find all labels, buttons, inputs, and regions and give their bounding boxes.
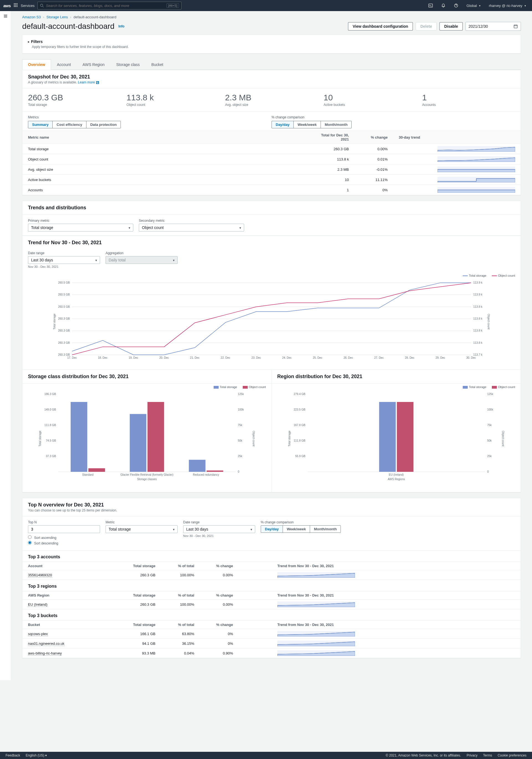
region-selector[interactable]: Global (464, 4, 483, 8)
svg-text:20. Dec: 20. Dec (159, 356, 169, 359)
search-input[interactable] (46, 4, 164, 8)
change-label: % change comparison (272, 115, 515, 119)
svg-text:Standard: Standard (82, 473, 94, 476)
trend-chart-title: Trend for Nov 30 - Dec 30, 2021 (28, 240, 515, 246)
table-row: sqcows-plex 166.1 GB 63.80% 0% (22, 629, 521, 639)
seg-day-day[interactable]: Day/day (272, 121, 294, 128)
topn-metric-select[interactable]: Total storage (105, 525, 178, 533)
svg-text:23. Dec: 23. Dec (251, 356, 261, 359)
topn-table: Account Total storage % of total % chang… (22, 562, 521, 579)
table-row: EU (Ireland) 260.3 GB 100.00% 0.00% (22, 600, 521, 609)
date-range-label: Date range (28, 251, 100, 255)
delete-button[interactable]: Delete (416, 22, 437, 30)
tab-overview[interactable]: Overview (22, 59, 51, 70)
filters-toggle[interactable]: ▸ Filters (28, 39, 515, 44)
services-grid-icon[interactable] (14, 3, 18, 8)
svg-text:125k: 125k (487, 392, 493, 396)
svg-rect-0 (14, 3, 15, 4)
seg-week-week[interactable]: Week/week (294, 121, 321, 128)
tab-aws-region[interactable]: AWS Region (77, 59, 111, 70)
seg-cost-efficiency[interactable]: Cost efficiency (53, 121, 86, 128)
svg-rect-3 (14, 5, 15, 6)
top-nav: aws Services [Alt+S] Global rharvey @ ri… (0, 0, 532, 11)
svg-rect-73 (147, 402, 164, 472)
svg-text:75k: 75k (238, 423, 243, 427)
svg-rect-93 (379, 402, 396, 472)
help-icon[interactable] (451, 3, 461, 8)
snapshot-panel: Snapshot for Dec 30, 2021 A glossary of … (22, 70, 521, 195)
tab-account[interactable]: Account (51, 59, 77, 70)
chevron-right-icon: ▸ (28, 40, 29, 43)
svg-text:Reduced redundancy: Reduced redundancy (193, 473, 219, 476)
dist-legend-right: Total storage Object count (272, 384, 521, 389)
date-picker[interactable]: 2021/12/30 (466, 22, 521, 31)
svg-rect-69 (71, 402, 87, 472)
svg-text:113.8 k: 113.8 k (473, 305, 483, 308)
trend-chart: 260.3 GB260.3 GB260.3 GB260.3 GB260.5 GB… (22, 277, 521, 370)
topn-range-select[interactable]: Last 30 days (183, 525, 255, 533)
account-menu[interactable]: rharvey @ ric-harvey (486, 4, 529, 8)
services-link[interactable]: Services (21, 4, 35, 8)
svg-text:279.4 GB: 279.4 GB (293, 392, 305, 396)
svg-text:113.8 k: 113.8 k (473, 329, 483, 332)
sidebar-toggle[interactable] (0, 11, 11, 680)
svg-text:18. Dec: 18. Dec (98, 356, 107, 359)
svg-text:125k: 125k (238, 392, 244, 396)
svg-text:17. Dec: 17. Dec (67, 356, 77, 359)
chevron-right-icon: › (70, 15, 71, 19)
svg-text:111.8 GB: 111.8 GB (293, 439, 305, 442)
table-row: Active buckets1011.11% (22, 175, 521, 185)
disable-button[interactable]: Disable (439, 22, 463, 30)
breadcrumb-s3[interactable]: Amazon S3 (22, 15, 41, 19)
svg-text:30. Dec: 30. Dec (466, 356, 476, 359)
svg-rect-72 (130, 414, 146, 472)
metrics-segment: Summary Cost efficiency Data protection (28, 121, 121, 128)
svg-text:186.3 GB: 186.3 GB (44, 392, 56, 396)
svg-rect-1 (15, 3, 16, 4)
topn-seg-week[interactable]: Week/week (283, 526, 310, 533)
metrics-table: Metric name Total for Dec 30, 2021 % cha… (22, 131, 521, 195)
aws-logo[interactable]: aws (3, 3, 11, 8)
tab-storage-class[interactable]: Storage class (110, 59, 145, 70)
svg-text:260.3 GB: 260.3 GB (58, 353, 70, 356)
svg-text:26. Dec: 26. Dec (344, 356, 353, 359)
seg-summary[interactable]: Summary (28, 121, 53, 128)
topn-n-input[interactable] (28, 525, 100, 533)
svg-rect-94 (397, 402, 413, 472)
notifications-icon[interactable] (438, 3, 448, 8)
svg-rect-4 (15, 5, 16, 6)
sort-asc-radio[interactable]: Sort ascending (28, 535, 100, 540)
info-link[interactable]: Info (118, 24, 125, 28)
topn-seg-month[interactable]: Month/month (310, 526, 341, 533)
svg-text:260.3 GB: 260.3 GB (58, 329, 70, 332)
filters-label: Filters (31, 39, 43, 44)
trends-panel: Trends and distributions Primary metric … (22, 201, 521, 492)
svg-text:22. Dec: 22. Dec (221, 356, 230, 359)
cloudshell-icon[interactable] (426, 3, 436, 8)
tab-bucket[interactable]: Bucket (145, 59, 169, 70)
filters-description: Apply temporary filters to further limit… (32, 45, 515, 49)
trend-legend: Total storage Object count (22, 272, 521, 277)
topn-panel: Top N overview for Dec 30, 2021 You can … (22, 498, 521, 658)
topn-sub: You can choose to see up to the top 25 i… (28, 508, 515, 512)
svg-text:100k: 100k (487, 408, 493, 411)
svg-text:Object count: Object count (502, 431, 505, 446)
seg-month-month[interactable]: Month/month (321, 121, 351, 128)
search-box[interactable]: [Alt+S] (37, 2, 181, 10)
secondary-metric-select[interactable]: Object count (139, 224, 244, 231)
calendar-icon (513, 24, 518, 28)
sort-desc-radio[interactable]: Sort descending (28, 541, 100, 545)
svg-text:0: 0 (238, 470, 239, 473)
learn-more-link[interactable]: Learn more (78, 80, 99, 84)
view-config-button[interactable]: View dashboard configuration (348, 22, 413, 30)
aggregation-label: Aggregation (105, 251, 178, 255)
primary-metric-select[interactable]: Total storage (28, 224, 133, 231)
table-row: Object count113.8 k0.01% (22, 154, 521, 164)
topn-n-label: Top N (28, 520, 100, 524)
date-range-hint: Nov 30 - Dec 30, 2021 (28, 265, 100, 268)
breadcrumb-storage-lens[interactable]: Storage Lens (47, 15, 68, 19)
topn-seg-day[interactable]: Day/day (261, 526, 283, 533)
seg-data-protection[interactable]: Data protection (87, 121, 121, 128)
metric-avg-object-size: 2.3 MB (225, 93, 318, 102)
date-range-select[interactable]: Last 30 days (28, 256, 100, 264)
